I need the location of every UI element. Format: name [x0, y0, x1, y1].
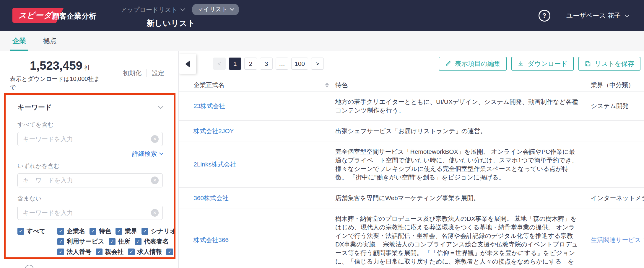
tab-1[interactable]: 企業: [12, 31, 26, 51]
keyword-input-any-wrap: ✕: [17, 173, 163, 187]
checkbox-item[interactable]: ✓ウェブサイト: [57, 258, 105, 259]
checkbox-all[interactable]: ✓ すべて: [17, 227, 45, 235]
pencil-icon: [445, 61, 451, 67]
checkbox-checked-icon: ✓: [90, 228, 96, 235]
checkbox-checked-icon: ✓: [57, 249, 64, 255]
clear-icon[interactable]: ✕: [151, 177, 159, 184]
company-feature: 店舗集客を専門にWebマーケティング事業を展開。: [335, 188, 591, 208]
checkbox-item[interactable]: ✓有報: [166, 248, 175, 256]
table-row: 2Links株式会社完全個室型空間サービス「RemoteworkBOX」を展開。…: [179, 141, 644, 188]
company-name-link[interactable]: 株式会社366: [193, 236, 335, 244]
checkbox-checked-icon: ✓: [166, 249, 173, 255]
table-header: 企業正式名 特色 業界（中分類）: [179, 79, 644, 91]
checkbox-checked-icon: ✓: [135, 238, 142, 245]
column-header-name: 企業正式名: [193, 81, 225, 89]
page-button[interactable]: 2: [244, 58, 257, 70]
industry-link-label: 生活関連サービス: [591, 236, 641, 244]
header-nav: アップロードリスト マイリスト 新しいリスト: [121, 4, 239, 29]
pagination: <123…100>: [213, 58, 324, 70]
checkbox-checked-icon: ✓: [142, 228, 148, 235]
checkbox-checked-icon: ✓: [57, 259, 64, 259]
results-panel: <123…100> 表示項目の編集 ダウンロード リストを保存: [179, 51, 644, 268]
checkbox-checked-icon: ✓: [116, 228, 122, 235]
chevron-down-icon: [230, 6, 235, 11]
keyword-input-any[interactable]: [23, 177, 151, 184]
industry-filter-link[interactable]: 生活関連サービス: [591, 236, 644, 244]
checkbox-item[interactable]: ✓シナリオ: [142, 227, 175, 235]
upload-list-label: アップロードリスト: [121, 6, 178, 14]
advanced-search-link[interactable]: 詳細検索: [17, 150, 163, 158]
page-title: 新しいリスト: [147, 18, 239, 29]
page-button[interactable]: …: [276, 58, 288, 70]
settings-button[interactable]: 設定: [152, 69, 164, 77]
table-row: 23株式会社地方の若手クリエイターとともに、UI/UXデザイン、システム開発、動…: [179, 91, 644, 121]
checkbox-item[interactable]: ✓代表者名: [135, 237, 169, 246]
page-button[interactable]: >: [311, 58, 324, 70]
upload-list-dropdown[interactable]: アップロードリスト: [121, 6, 184, 14]
keyword-section-header[interactable]: キーワード: [17, 103, 163, 112]
company-industry: システム開発: [591, 102, 644, 110]
sort-icon[interactable]: [325, 83, 329, 88]
checkbox-item[interactable]: ✓親会社: [96, 248, 123, 256]
app-header: スピーダ 顧客企業分析 アップロードリスト マイリスト 新しいリスト ? ユーザ…: [0, 0, 644, 31]
checkbox-item[interactable]: ✓住所: [109, 237, 130, 246]
keyword-input-all[interactable]: [23, 135, 151, 143]
checkbox-checked-icon: ✓: [17, 228, 24, 235]
save-list-button[interactable]: リストを保存: [578, 57, 640, 71]
company-feature: 完全個室型空間サービス「RemoteworkBOX」を展開。 オンライン会議やP…: [335, 141, 591, 187]
keyword-input-exclude[interactable]: [23, 209, 151, 216]
collapse-chevron-icon[interactable]: [159, 105, 163, 110]
checkbox-checked-icon: ✓: [96, 249, 103, 255]
company-industry: インターネットメディ: [591, 194, 644, 202]
collapse-sidebar-button[interactable]: [179, 54, 196, 74]
download-limit-note: 表示とダウンロードは10,000社まで: [10, 75, 101, 92]
help-icon[interactable]: ?: [539, 10, 550, 22]
app-name: 顧客企業分析: [52, 11, 96, 21]
page-button[interactable]: 100: [291, 58, 308, 70]
clear-icon[interactable]: ✕: [151, 209, 159, 217]
keyword-section-title: キーワード: [17, 103, 52, 112]
company-name-link[interactable]: 2Links株式会社: [193, 160, 335, 169]
chevron-down-icon: [159, 151, 163, 155]
checkbox-item[interactable]: ✓法人番号: [57, 248, 91, 256]
column-header-industry: 業界（中分類）: [591, 81, 644, 89]
table-row: 360株式会社店舗集客を専門にWebマーケティング事業を展開。インターネットメデ…: [179, 188, 644, 208]
company-name-link[interactable]: 株式会社2JOY: [193, 127, 335, 135]
edit-columns-button[interactable]: 表示項目の編集: [439, 57, 507, 71]
download-icon: [518, 61, 524, 67]
clear-icon[interactable]: ✕: [151, 135, 159, 143]
checkbox-item[interactable]: ✓利用サービス: [57, 237, 104, 246]
logo-text: スピーダ: [18, 10, 52, 21]
page-button[interactable]: 1: [229, 58, 241, 70]
page-button: <: [213, 58, 226, 70]
checkbox-item[interactable]: ✓特色: [90, 227, 111, 235]
user-menu[interactable]: ユーザベース 花子: [566, 11, 629, 20]
left-triangle-icon: [185, 61, 190, 68]
filter-sidebar: 1,523,459社 表示とダウンロードは10,000社まで 初期化 設定 キー…: [0, 51, 179, 268]
checkbox-item[interactable]: ✓業界: [116, 227, 137, 235]
company-name-link[interactable]: 23株式会社: [193, 102, 335, 110]
checkbox-checked-icon: ✓: [57, 238, 64, 245]
keyword-input-exclude-wrap: ✕: [17, 206, 163, 220]
checkbox-item[interactable]: ✓求人情報: [128, 248, 162, 256]
user-name: ユーザベース 花子: [566, 11, 621, 20]
checkbox-checked-icon: ✓: [57, 228, 64, 235]
company-name-link[interactable]: 360株式会社: [193, 194, 335, 202]
download-button[interactable]: ダウンロード: [511, 57, 574, 71]
divider: [147, 69, 147, 77]
company-feature: 樹木葬・納骨堂のプロデュース及び宗教法人のDX事業を展開。 墓地「森の樹木葬」を…: [335, 208, 591, 268]
column-header-feature: 特色: [335, 81, 591, 89]
reset-button[interactable]: 初期化: [123, 69, 142, 77]
save-icon: [585, 61, 591, 67]
table-row: 株式会社2JOY出張シェフサービス「お届けリストランテ」の運営。: [179, 121, 644, 141]
checkbox-checked-icon: ✓: [128, 249, 135, 255]
field-label-exclude: 含まない: [17, 195, 163, 202]
company-count: 1,523,459: [30, 59, 82, 72]
my-list-dropdown[interactable]: マイリスト: [192, 4, 239, 15]
checkbox-item[interactable]: ✓企業名: [57, 227, 85, 235]
chevron-down-icon: [180, 6, 185, 11]
chevron-down-icon: [625, 12, 630, 17]
tab-2[interactable]: 拠点: [43, 31, 57, 51]
page-button[interactable]: 3: [260, 58, 273, 70]
checkbox-checked-icon: ✓: [109, 238, 116, 245]
